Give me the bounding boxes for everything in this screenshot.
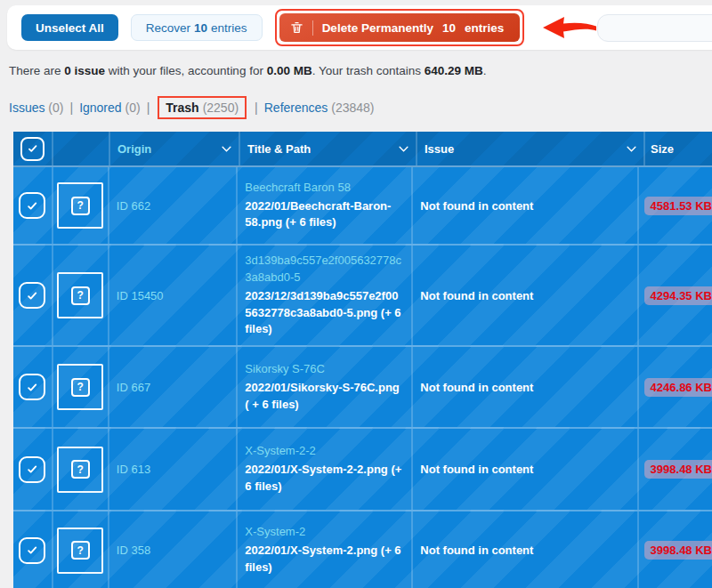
unselect-all-button[interactable]: Unselect All bbox=[21, 14, 118, 41]
checkmark-icon bbox=[26, 199, 39, 213]
row-title-path-cell: Beechcraft Baron 58 2022/01/Beechcraft-B… bbox=[238, 167, 413, 244]
origin-id: ID 667 bbox=[117, 381, 150, 394]
delete-label-prefix: Delete Permanently bbox=[322, 21, 433, 35]
column-header-issue[interactable]: Issue bbox=[417, 132, 645, 165]
tab-trash[interactable]: Trash bbox=[166, 101, 198, 115]
row-checkbox[interactable] bbox=[19, 537, 45, 564]
row-checkbox[interactable] bbox=[19, 456, 45, 483]
row-checkbox[interactable] bbox=[19, 374, 45, 400]
origin-id: ID 358 bbox=[117, 544, 150, 557]
tab-separator: | bbox=[255, 101, 258, 115]
origin-id: ID 662 bbox=[117, 199, 150, 213]
issue-text: Not found in content bbox=[420, 199, 533, 213]
row-origin: ID 15450 bbox=[109, 246, 239, 345]
media-title-link[interactable]: X-System-2 bbox=[245, 524, 305, 541]
column-header-title-path[interactable]: Title & Path bbox=[240, 132, 417, 165]
chevron-down-icon[interactable] bbox=[222, 146, 231, 152]
table-row[interactable]: ? ID 358 X-System-2 2022/01/X-System-2.p… bbox=[13, 511, 712, 588]
column-header-size[interactable]: Size bbox=[645, 132, 712, 165]
media-title-link[interactable]: Beechcraft Baron 58 bbox=[245, 180, 351, 197]
table-row[interactable]: ? ID 662 Beechcraft Baron 58 2022/01/Bee… bbox=[13, 167, 712, 246]
delete-permanently-button[interactable]: Delete Permanently 10 entries bbox=[279, 13, 521, 42]
origin-id: ID 613 bbox=[117, 463, 150, 476]
size-badge: 4294.35 KB bbox=[644, 286, 712, 305]
broken-image-thumbnail[interactable]: ? bbox=[57, 272, 103, 318]
question-mark-icon: ? bbox=[71, 541, 90, 560]
media-path: 2022/01/X-System-2-2.png (+ 6 files) bbox=[245, 462, 404, 495]
tab-issues[interactable]: Issues bbox=[9, 101, 44, 115]
select-all-checkbox[interactable] bbox=[20, 137, 44, 161]
table-row[interactable]: ? ID 15450 3d139ba9c557e2f005632778c3a8a… bbox=[13, 246, 712, 347]
recover-entries-button[interactable]: Recover 10 entries bbox=[131, 14, 263, 41]
tab-separator: | bbox=[147, 101, 150, 115]
size-badge: 3998.48 KB bbox=[644, 460, 712, 479]
column-header-origin[interactable]: Origin bbox=[110, 132, 240, 165]
broken-image-thumbnail[interactable]: ? bbox=[57, 447, 103, 493]
search-input[interactable] bbox=[597, 14, 712, 42]
trash-icon bbox=[290, 20, 303, 35]
recover-count: 10 bbox=[194, 21, 207, 35]
row-checkbox-cell bbox=[13, 347, 53, 427]
chevron-down-icon[interactable] bbox=[627, 146, 636, 152]
table-header-row: Origin Title & Path Issue Size bbox=[13, 132, 712, 167]
question-mark-icon: ? bbox=[71, 460, 90, 479]
table-body: ? ID 662 Beechcraft Baron 58 2022/01/Bee… bbox=[13, 167, 712, 588]
tab-references[interactable]: References bbox=[264, 101, 328, 115]
delete-count: 10 bbox=[442, 21, 456, 35]
row-checkbox[interactable] bbox=[19, 192, 45, 219]
row-issue: Not found in content bbox=[413, 167, 638, 244]
row-size: 4581.53 KB bbox=[639, 167, 712, 244]
row-title-path-cell: X-System-2 2022/01/X-System-2.png (+ 6 f… bbox=[238, 511, 413, 588]
media-title-link[interactable]: Sikorsky S-76C bbox=[245, 361, 325, 378]
media-title-link[interactable]: X-System-2-2 bbox=[245, 443, 315, 460]
filter-tabs: Issues (0) | Ignored (0) | Trash (2250) … bbox=[9, 96, 374, 119]
row-thumbnail-cell: ? bbox=[53, 167, 109, 244]
checkmark-icon bbox=[26, 544, 39, 557]
size-badge: 3998.48 KB bbox=[644, 541, 712, 560]
row-size: 4294.35 KB bbox=[639, 246, 712, 345]
media-path: 2022/01/Beechcraft-Baron-58.png (+ 6 fil… bbox=[245, 198, 404, 232]
media-title-link[interactable]: 3d139ba9c557e2f005632778c3a8abd0-5 bbox=[245, 253, 404, 286]
row-origin: ID 662 bbox=[109, 167, 239, 244]
broken-image-thumbnail[interactable]: ? bbox=[57, 182, 103, 229]
row-origin: ID 667 bbox=[109, 347, 239, 427]
table-row[interactable]: ? ID 667 Sikorsky S-76C 2022/01/Sikorsky… bbox=[13, 347, 712, 429]
trash-size: 640.29 MB bbox=[425, 64, 483, 77]
row-origin: ID 358 bbox=[109, 511, 239, 588]
recover-label-prefix: Recover bbox=[146, 21, 190, 35]
question-mark-icon: ? bbox=[71, 197, 90, 215]
row-issue: Not found in content bbox=[413, 246, 638, 345]
row-title-path-cell: Sikorsky S-76C 2022/01/Sikorsky-S-76C.pn… bbox=[238, 347, 413, 427]
issue-text: Not found in content bbox=[420, 381, 533, 394]
row-checkbox-cell bbox=[13, 511, 53, 588]
recover-label-suffix: entries bbox=[211, 21, 247, 35]
tab-separator: | bbox=[69, 101, 73, 115]
row-title-path-cell: X-System-2-2 2022/01/X-System-2-2.png (+… bbox=[238, 429, 413, 510]
question-mark-icon: ? bbox=[71, 378, 90, 397]
tab-trash-count: (2250) bbox=[203, 101, 239, 115]
tab-ignored-count: (0) bbox=[125, 101, 141, 115]
row-issue: Not found in content bbox=[413, 511, 638, 588]
row-thumbnail-cell: ? bbox=[53, 511, 109, 588]
checkmark-icon bbox=[26, 381, 39, 394]
row-checkbox[interactable] bbox=[19, 282, 45, 309]
row-thumbnail-cell: ? bbox=[53, 246, 109, 345]
size-badge: 4246.86 KB bbox=[644, 378, 712, 397]
chevron-down-icon[interactable] bbox=[399, 146, 409, 152]
issue-text: Not found in content bbox=[420, 289, 533, 302]
trash-media-table: Origin Title & Path Issue Size ? ID 662 bbox=[13, 132, 712, 588]
broken-image-thumbnail[interactable]: ? bbox=[57, 528, 103, 574]
issue-text: Not found in content bbox=[420, 463, 533, 476]
broken-image-thumbnail[interactable]: ? bbox=[57, 364, 103, 410]
row-checkbox-cell bbox=[13, 167, 53, 244]
tab-ignored[interactable]: Ignored bbox=[79, 101, 121, 115]
row-title-path-cell: 3d139ba9c557e2f005632778c3a8abd0-5 2023/… bbox=[238, 246, 413, 345]
status-summary: There are 0 issue with your files, accou… bbox=[9, 64, 487, 77]
row-size: 3998.48 KB bbox=[639, 511, 712, 588]
table-row[interactable]: ? ID 613 X-System-2-2 2022/01/X-System-2… bbox=[13, 429, 712, 511]
issue-count: 0 issue bbox=[64, 64, 105, 77]
row-size: 3998.48 KB bbox=[639, 429, 712, 510]
row-checkbox-cell bbox=[13, 429, 53, 510]
row-size: 4246.86 KB bbox=[639, 347, 712, 427]
trash-tab-annotation-box: Trash (2250) bbox=[158, 96, 247, 119]
